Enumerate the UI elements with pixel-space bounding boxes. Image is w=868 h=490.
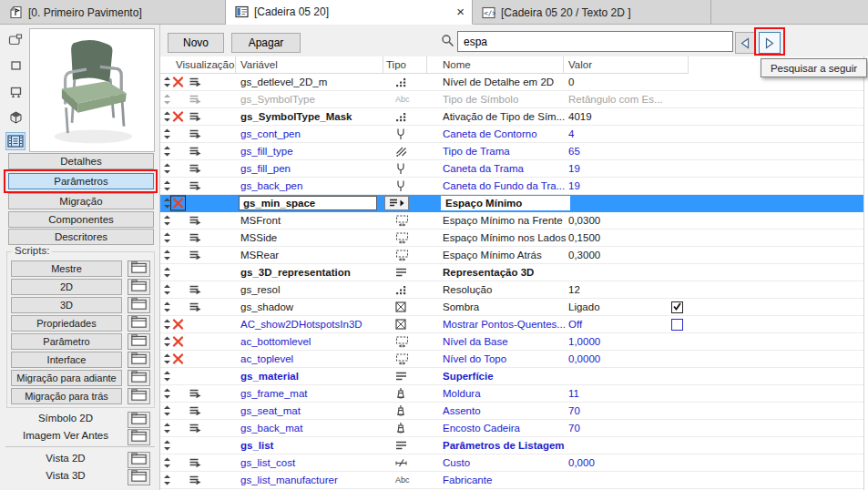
param-value[interactable]: 70: [568, 403, 670, 420]
show-in-settings-icon[interactable]: [189, 232, 202, 243]
section-button-componentes[interactable]: Componentes: [8, 211, 154, 228]
show-in-settings-icon[interactable]: [189, 475, 202, 485]
table-row[interactable]: MSSideEspaço Mínimo nos Lados0,1500: [160, 230, 863, 247]
show-in-settings-icon[interactable]: [189, 215, 202, 226]
param-value[interactable]: Off: [568, 316, 670, 333]
open-view-window-button[interactable]: [128, 429, 150, 445]
exclude-icon[interactable]: [172, 111, 184, 123]
param-value[interactable]: 70: [568, 420, 670, 437]
param-value[interactable]: 1,0000: [568, 333, 670, 351]
sort-handle-icon[interactable]: [163, 94, 171, 106]
table-row[interactable]: gs_list_costCusto0,000: [160, 454, 863, 472]
sort-handle-icon[interactable]: [163, 301, 171, 313]
sort-handle-icon[interactable]: [163, 353, 171, 365]
close-icon[interactable]: ×: [456, 4, 465, 20]
show-in-settings-icon[interactable]: [189, 94, 202, 105]
script-button-migra-o-para-tr-s[interactable]: Migração para trás: [11, 388, 122, 404]
exclude-icon[interactable]: [172, 336, 184, 348]
open-view-window-button[interactable]: [128, 452, 150, 468]
search-input[interactable]: [457, 31, 733, 52]
param-value[interactable]: 19: [568, 160, 670, 178]
table-row[interactable]: gs_list_manufacturerAbcFabricante: [160, 472, 863, 489]
filmstrip-view-icon[interactable]: [5, 132, 26, 150]
show-in-settings-icon[interactable]: [189, 128, 202, 139]
sort-handle-icon[interactable]: [163, 423, 171, 434]
sort-handle-icon[interactable]: [163, 232, 171, 244]
sort-handle-icon[interactable]: [163, 336, 171, 348]
cube-3d-view-icon[interactable]: [5, 108, 26, 127]
sort-handle-icon[interactable]: [163, 215, 171, 227]
show-in-settings-icon[interactable]: [189, 146, 202, 157]
sort-handle-icon[interactable]: [163, 250, 171, 261]
param-value[interactable]: Retângulo com Es...: [568, 91, 670, 108]
param-value[interactable]: 11: [568, 385, 670, 403]
hotspot-view-icon[interactable]: [5, 83, 26, 101]
rectangle-view-icon[interactable]: [5, 56, 26, 75]
param-value[interactable]: 4019: [568, 108, 670, 126]
param-value[interactable]: [568, 472, 670, 489]
script-button-propriedades[interactable]: Propriedades: [11, 315, 122, 332]
script-button-par-metro[interactable]: Parâmetro: [11, 333, 122, 350]
show-in-settings-icon[interactable]: [189, 163, 202, 174]
script-button-mestre[interactable]: Mestre: [11, 260, 122, 277]
tab-floor-plan[interactable]: [0. Primeiro Pavimento]: [0, 0, 226, 25]
tab-object-editor[interactable]: [Cadeira 05 20]×: [226, 0, 473, 25]
sort-handle-icon[interactable]: [163, 388, 171, 400]
show-in-settings-icon[interactable]: [189, 111, 202, 122]
table-row[interactable]: gs_SymbolType_MaskAtivação de Tipo de Sí…: [160, 108, 863, 126]
table-row[interactable]: ac_toplevelNível do Topo0,0000: [160, 351, 863, 368]
show-in-settings-icon[interactable]: [189, 301, 202, 312]
table-row[interactable]: gs_min_spaceEspaço Mínimo: [160, 195, 863, 212]
table-row[interactable]: gs_cont_penCaneta de Contorno4: [160, 126, 863, 143]
new-parameter-button[interactable]: Novo: [168, 33, 224, 53]
sort-handle-icon[interactable]: [163, 371, 171, 383]
sort-handle-icon[interactable]: [163, 405, 171, 417]
symbol-2d-view-icon[interactable]: [5, 30, 26, 48]
tab-text-2d[interactable]: </>[Cadeira 05 20 / Texto 2D ]: [473, 0, 711, 25]
sort-handle-icon[interactable]: [163, 77, 171, 88]
param-value[interactable]: 0,3000: [568, 247, 670, 264]
sort-handle-icon[interactable]: [163, 180, 171, 192]
show-in-settings-icon[interactable]: [189, 284, 202, 295]
param-value[interactable]: 19: [568, 178, 670, 195]
param-value[interactable]: 0,0300: [568, 212, 670, 230]
value-checkbox-checked[interactable]: [671, 301, 683, 313]
script-button-interface[interactable]: Interface: [11, 352, 122, 368]
table-row[interactable]: gs_seat_matAssento70: [160, 403, 863, 420]
sort-handle-icon[interactable]: [163, 163, 171, 175]
search-previous-button[interactable]: [735, 32, 755, 54]
variable-name-field[interactable]: gs_min_space: [239, 196, 377, 210]
table-row[interactable]: gs_detlevel_2D_mNível de Detalhe em 2D0: [160, 74, 863, 91]
sort-handle-icon[interactable]: [163, 146, 171, 158]
table-row[interactable]: gs_shadowSombraLigado: [160, 299, 863, 316]
script-button-migra-o-para-adiante[interactable]: Migração para adiante: [11, 370, 122, 386]
open-script-window-button[interactable]: [128, 260, 150, 277]
sort-handle-icon[interactable]: [163, 128, 171, 140]
show-in-settings-icon[interactable]: [189, 77, 202, 87]
table-row[interactable]: gs_SymbolTypeAbcTipo de SímboloRetângulo…: [160, 91, 863, 108]
param-value[interactable]: 12: [568, 281, 670, 299]
show-in-settings-icon[interactable]: [189, 457, 202, 468]
open-script-window-button[interactable]: [128, 315, 150, 332]
open-script-window-button[interactable]: [128, 352, 150, 368]
sort-handle-icon[interactable]: [163, 440, 171, 452]
section-button-descritores[interactable]: Descritores: [8, 229, 154, 245]
show-in-settings-icon[interactable]: [189, 423, 202, 434]
section-button-migra-o[interactable]: Migração: [8, 193, 154, 209]
open-view-window-button[interactable]: [128, 412, 150, 428]
sort-handle-icon[interactable]: [163, 111, 171, 123]
script-button-3d[interactable]: 3D: [11, 297, 122, 313]
param-value[interactable]: Ligado: [568, 299, 670, 316]
section-button-detalhes[interactable]: Detalhes: [8, 153, 154, 169]
delete-parameter-button[interactable]: Apagar: [231, 33, 301, 53]
param-value[interactable]: [568, 264, 670, 281]
table-row[interactable]: MSFrontEspaço Mínimo na Frente0,0300: [160, 212, 863, 230]
section-button-par-metros[interactable]: Parâmetros: [8, 173, 154, 189]
table-row[interactable]: gs_back_matEncosto Cadeira70: [160, 420, 863, 437]
param-value[interactable]: 4: [568, 126, 670, 143]
show-in-settings-icon[interactable]: [189, 405, 202, 416]
param-value[interactable]: [568, 368, 670, 385]
type-title-dropdown-button[interactable]: [384, 196, 409, 210]
table-row[interactable]: gs_materialSuperfície: [160, 368, 863, 385]
table-row[interactable]: MSRearEspaço Mínimo Atrás0,3000: [160, 247, 863, 264]
